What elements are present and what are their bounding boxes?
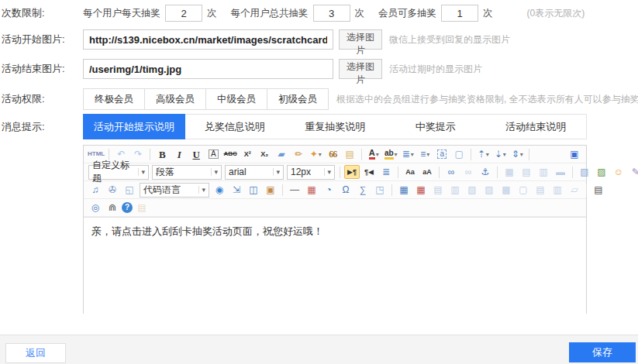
limits-hint: (0表示无限次) <box>527 7 585 20</box>
link-icon[interactable]: ∞ <box>443 165 459 179</box>
code-language-select[interactable]: 代码语言▾ <box>140 183 209 197</box>
back-button[interactable]: 返回 <box>5 343 66 363</box>
save-button[interactable]: 保存 <box>569 342 636 362</box>
message-tabs: 活动开始提示说明兑奖信息说明重复抽奖说明中奖提示活动结束说明 <box>83 114 587 139</box>
toolbar-separator <box>150 149 150 160</box>
image-align-none-icon: ▦ <box>502 165 517 179</box>
scrawl-icon[interactable]: ✎ <box>628 165 638 179</box>
insert-table-icon[interactable]: ▦ <box>396 183 412 197</box>
member-level-ultimate[interactable]: 终极会员 <box>83 88 145 110</box>
insert-music-icon[interactable]: ♫ <box>88 183 103 197</box>
paragraph-space-bottom-icon[interactable]: ⇣▾ <box>492 147 508 161</box>
background-color-icon[interactable]: ab▾ <box>383 147 398 161</box>
font-family-select[interactable]: arial▾ <box>225 165 284 180</box>
clear-doc-icon[interactable]: ▢ <box>451 147 467 161</box>
tab-activity-start-note[interactable]: 活动开始提示说明 <box>83 114 185 139</box>
search-replace-icon[interactable]: ⋒ <box>105 201 120 215</box>
font-color-icon[interactable]: A▾ <box>366 147 381 161</box>
message-label: 消息提示: <box>2 120 45 134</box>
direction-rtl-icon[interactable]: ¶◀ <box>361 165 377 179</box>
strikethrough-icon[interactable]: ABC <box>222 147 238 161</box>
tab-repeat-draw-note[interactable]: 重复抽奖说明 <box>285 115 386 139</box>
format-eraser-icon[interactable]: ▰ <box>274 147 289 161</box>
paragraph-format-select[interactable]: 段落▾ <box>152 165 222 180</box>
subscript-icon[interactable]: X₂ <box>257 147 272 161</box>
image-manager-icon[interactable]: ▨ <box>594 165 609 179</box>
editor-text: 亲，请点击进入刮刮卡抽奖活动页面，祝您好运哦！ <box>91 225 323 237</box>
format-painter-icon[interactable]: ✏ <box>291 147 306 161</box>
bookmark-anchor-icon[interactable]: ⚓ <box>478 165 493 179</box>
end-image-hint: 活动过期时的显示图片 <box>389 63 482 76</box>
google-map-icon[interactable]: ◉ <box>212 183 227 197</box>
start-image-url-input[interactable] <box>83 29 333 50</box>
superscript-icon[interactable]: X² <box>240 147 255 161</box>
limit-count-input[interactable] <box>441 5 478 22</box>
total-draw-limit: 每个用户总共抽奖 次 <box>231 5 365 22</box>
table-background-icon: ▥ <box>550 183 565 197</box>
blockquote-icon[interactable]: 66 <box>325 147 340 161</box>
delete-table-icon[interactable]: ▦ <box>413 183 429 197</box>
insert-time-icon[interactable]: ◔ <box>321 183 336 197</box>
limit-count-input[interactable] <box>165 5 202 22</box>
end-image-url-input[interactable] <box>83 59 333 79</box>
emotion-icon[interactable]: ☺ <box>611 165 626 179</box>
member-level-junior[interactable]: 初级会员 <box>267 88 329 110</box>
limit-field-label: 会员可多抽奖 <box>378 7 436 20</box>
member-level-options: 终极会员高级会员中级会员初级会员 <box>83 88 329 110</box>
fullscreen-icon[interactable]: ▣ <box>567 147 582 161</box>
page-break-icon[interactable]: ⇲ <box>229 183 244 197</box>
preview-icon[interactable]: ◎ <box>88 201 103 215</box>
indent-icon[interactable]: ≣ <box>378 165 394 179</box>
custom-title-select[interactable]: 自定义标题▾ <box>88 165 149 180</box>
font-border-icon[interactable]: A <box>205 147 221 161</box>
editor-content-area[interactable]: 亲，请点击进入刮刮卡抽奖活动页面，祝您好运哦！ <box>84 217 586 329</box>
tab-redeem-info-note[interactable]: 兑奖信息说明 <box>185 115 285 139</box>
scratch-card-activity-settings-page: 次数限制: 每个用户每天抽奖 次 每个用户总共抽奖 次 会员可多抽奖 次 (0表… <box>0 0 638 364</box>
paste-plain-text-icon[interactable]: ▤ <box>342 147 357 161</box>
auto-typeset-icon[interactable]: ✦▾ <box>308 147 323 161</box>
toolbar-row-1: HTML↶↷BIUAABCX²X₂▰✏✦▾66▤A▾ab▾≣▾≡▾a▢⇡▾⇣▾⇕… <box>84 146 586 163</box>
help-icon[interactable]: ? <box>122 202 133 213</box>
bold-icon[interactable]: B <box>154 147 170 161</box>
special-characters-icon[interactable]: Ω <box>338 183 353 197</box>
tab-activity-end-note[interactable]: 活动结束说明 <box>486 115 587 139</box>
two-columns-icon[interactable]: ◫ <box>246 183 261 197</box>
print-icon[interactable]: ▤ <box>591 183 606 197</box>
horizontal-rule-icon[interactable]: — <box>287 183 302 197</box>
insert-date-icon[interactable]: ▦ <box>304 183 319 197</box>
paragraph-space-top-icon[interactable]: ⇡▾ <box>475 147 491 161</box>
member-level-middle[interactable]: 中级会员 <box>205 88 267 110</box>
end-image-row: 活动结束图片: 选择图片 活动过期时的显示图片 <box>0 58 638 80</box>
underline-icon[interactable]: U <box>188 147 204 161</box>
attachment-icon[interactable]: ✇ <box>105 183 120 197</box>
toolbar-row-4: ◎⋒?▤ <box>84 199 586 217</box>
line-height-icon[interactable]: ⇕▾ <box>509 147 525 161</box>
tab-win-prize-note[interactable]: 中奖提示 <box>385 115 486 139</box>
to-uppercase-icon[interactable]: Aa <box>402 165 418 179</box>
message-rich-text-editor: HTML↶↷BIUAABCX²X₂▰✏✦▾66▤A▾ab▾≣▾≡▾a▢⇡▾⇣▾⇕… <box>83 145 587 314</box>
start-image-pick-button[interactable]: 选择图片 <box>339 29 382 50</box>
insert-frame-icon[interactable]: ◱ <box>122 183 137 197</box>
italic-icon[interactable]: I <box>171 147 187 161</box>
edit-note-icon[interactable]: ◳ <box>372 183 388 197</box>
limit-count-input[interactable] <box>313 5 350 22</box>
insert-image-icon[interactable]: ▧ <box>577 165 592 179</box>
direction-ltr-icon[interactable]: ▶¶ <box>344 165 360 179</box>
toolbar-separator <box>471 149 471 160</box>
image-align-center-icon: ▬ <box>553 165 568 179</box>
tab-label: 活动开始提示说明 <box>94 120 174 134</box>
new-doc-icon: ▱ <box>567 183 582 197</box>
insert-row-icon: ▧ <box>464 183 480 197</box>
chevron-down-icon: ▾ <box>395 151 398 158</box>
font-size-select[interactable]: 12px▾ <box>287 165 335 180</box>
unordered-list-icon[interactable]: ≡▾ <box>417 147 433 161</box>
formula-icon[interactable]: ∑ <box>355 183 371 197</box>
ordered-list-icon[interactable]: ≣▾ <box>400 147 416 161</box>
snapshot-icon[interactable]: ▣ <box>263 183 278 197</box>
member-level-senior[interactable]: 高级会员 <box>144 88 206 110</box>
anchor-icon[interactable]: a <box>434 147 450 161</box>
end-image-pick-button[interactable]: 选择图片 <box>339 59 382 79</box>
table-border-icon: ▢ <box>516 183 531 197</box>
member-level-label: 高级会员 <box>156 94 195 105</box>
to-lowercase-icon[interactable]: aA <box>419 165 435 179</box>
